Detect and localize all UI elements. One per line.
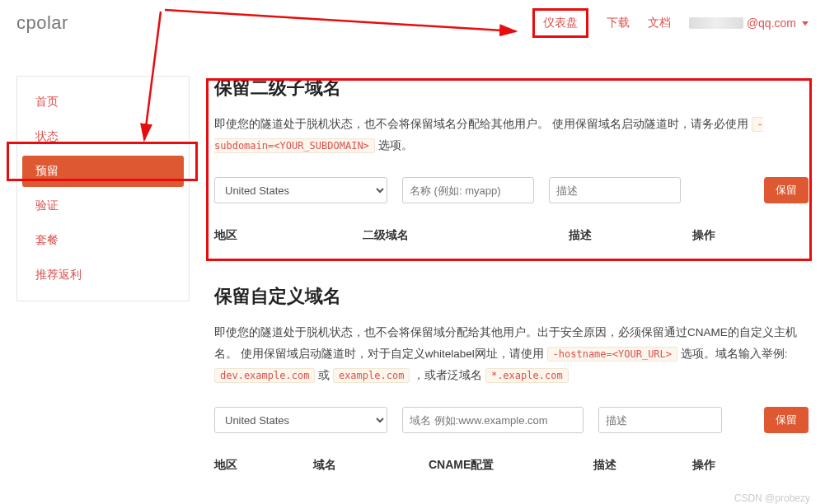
logo: cpolar: [16, 12, 68, 34]
col-action2: 操作: [692, 458, 715, 473]
subdomain-reserve-button[interactable]: 保留: [764, 177, 809, 203]
custom-desc-3: 或: [318, 369, 333, 381]
subdomain-table-header: 地区 二级域名 描述 操作: [214, 223, 809, 253]
custom-table-header: 地区 域名 CNAME配置 描述 操作: [214, 453, 809, 483]
custom-code-hostname: -hostname=<YOUR_URL>: [547, 347, 678, 362]
nav-docs[interactable]: 文档: [648, 16, 671, 30]
nav-download[interactable]: 下载: [607, 16, 630, 30]
custom-desc-input[interactable]: [598, 407, 722, 433]
subdomain-name-input[interactable]: [402, 177, 534, 203]
custom-reserve-button[interactable]: 保留: [764, 407, 809, 433]
col-region: 地区: [214, 228, 363, 243]
subdomain-desc: 即使您的隧道处于脱机状态，也不会将保留域名分配给其他用户。 使用保留域名启动隧道…: [214, 114, 809, 156]
nav-dashboard[interactable]: 仪表盘: [543, 16, 578, 29]
chevron-down-icon: [802, 21, 809, 26]
custom-desc: 即使您的隧道处于脱机状态，也不会将保留域分配给其他用户。出于安全原因，必须保留通…: [214, 322, 809, 385]
subdomain-title: 保留二级子域名: [214, 76, 809, 100]
user-email-masked: [689, 17, 743, 29]
custom-code-ex1: dev.example.com: [214, 368, 315, 383]
custom-desc-2: 选项。域名输入举例:: [681, 348, 788, 360]
sidebar-item-reserve[interactable]: 预留: [22, 156, 184, 187]
col-desc: 描述: [569, 228, 692, 243]
subdomain-desc-prefix: 即使您的隧道处于脱机状态，也不会将保留域名分配给其他用户。 使用保留域名启动隧道…: [214, 118, 752, 130]
custom-title: 保留自定义域名: [214, 284, 809, 309]
custom-domain-input[interactable]: [402, 407, 584, 433]
col-desc2: 描述: [593, 458, 692, 473]
custom-desc-4: ，或者泛域名: [413, 369, 485, 381]
col-action: 操作: [692, 228, 715, 243]
col-subdomain: 二级域名: [363, 228, 569, 243]
col-domain: 域名: [313, 458, 429, 473]
sidebar-item-status[interactable]: 状态: [22, 121, 184, 152]
sidebar-item-plan[interactable]: 套餐: [22, 225, 184, 256]
subdomain-region-select[interactable]: United States: [214, 177, 387, 203]
custom-code-ex2: example.com: [333, 368, 410, 383]
user-email-suffix: @qq.com: [747, 16, 796, 30]
subdomain-desc-input[interactable]: [549, 177, 681, 203]
custom-region-select[interactable]: United States: [214, 407, 387, 433]
sidebar-item-referral[interactable]: 推荐返利: [22, 259, 184, 291]
col-region2: 地区: [214, 458, 313, 473]
watermark: CSDN @probezy: [734, 492, 810, 504]
sidebar-item-home[interactable]: 首页: [22, 86, 184, 118]
sidebar: 首页 状态 预留 验证 套餐 推荐返利: [16, 76, 190, 301]
sidebar-item-verify[interactable]: 验证: [22, 190, 184, 222]
custom-code-ex3: *.exaple.com: [485, 368, 569, 383]
subdomain-desc-suffix: 选项。: [378, 139, 413, 152]
user-menu[interactable]: @qq.com: [689, 16, 809, 30]
col-cname: CNAME配置: [429, 458, 593, 473]
